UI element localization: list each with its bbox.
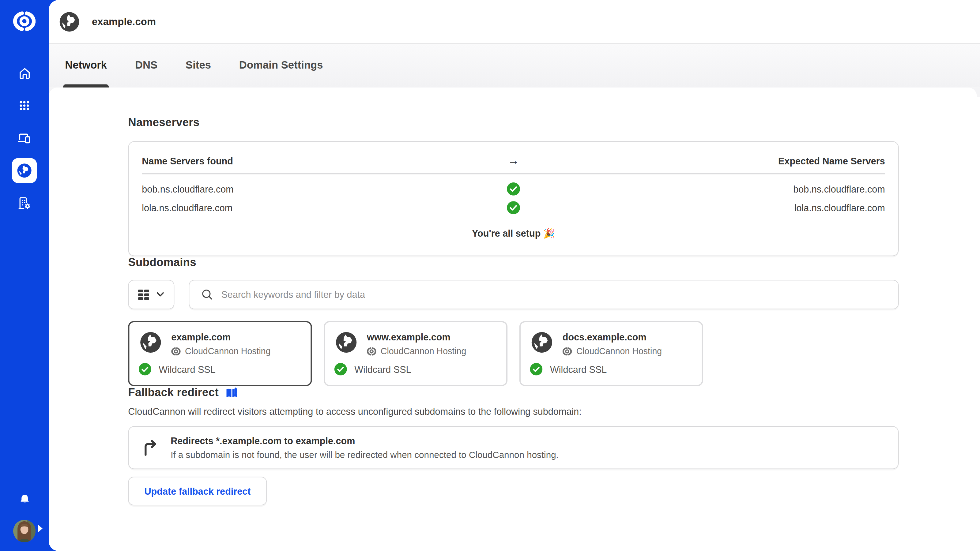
hosting-label: CloudCannon Hosting xyxy=(576,346,662,356)
avatar[interactable] xyxy=(13,520,35,542)
sidebar-nav xyxy=(12,60,37,216)
hosting-label: CloudCannon Hosting xyxy=(185,346,271,356)
subdomains-controls xyxy=(128,280,899,309)
search-input[interactable] xyxy=(220,289,888,301)
check-circle-icon xyxy=(507,182,520,195)
check-circle-icon xyxy=(334,363,347,376)
subdomain-cards: example.com CloudCannon Hosting xyxy=(128,321,899,386)
network-tab-content: Nameservers Name Servers found → Expecte… xyxy=(49,87,977,551)
search-icon xyxy=(201,289,213,301)
expand-sidebar-arrow-icon[interactable] xyxy=(37,524,43,535)
table-separator xyxy=(142,173,885,174)
search-box xyxy=(189,280,899,309)
subdomain-card-docs[interactable]: docs.example.com CloudCannon Hosting xyxy=(519,321,703,386)
redirect-arrow-icon xyxy=(141,438,160,457)
sidebar-item-sites[interactable] xyxy=(12,125,37,151)
update-fallback-redirect-button[interactable]: Update fallback redirect xyxy=(128,476,267,505)
tab-bar: Network DNS Sites Domain Settings xyxy=(49,44,980,87)
col-expected-name-servers: Expected Name Servers xyxy=(532,155,885,166)
setup-status-message: You're all setup 🎉 xyxy=(142,228,885,244)
app-window: example.com Network DNS Sites Domain Set… xyxy=(0,0,980,551)
cloudcannon-logo-icon[interactable] xyxy=(13,10,37,33)
ssl-label: Wildcard SSL xyxy=(354,364,411,375)
fallback-redirect-title-text: Fallback redirect xyxy=(128,386,218,399)
sidebar-item-apps[interactable] xyxy=(12,93,37,118)
apps-grid-icon xyxy=(18,98,31,112)
sidebar-item-domains[interactable] xyxy=(12,158,37,183)
site-globe-icon xyxy=(139,330,162,354)
table-row: bob.ns.cloudflare.com bob.ns.cloudflare.… xyxy=(142,179,885,198)
globe-icon xyxy=(16,162,32,179)
tab-dns[interactable]: DNS xyxy=(135,44,158,87)
expected-nameserver: bob.ns.cloudflare.com xyxy=(532,183,885,194)
nameservers-table-header: Name Servers found → Expected Name Serve… xyxy=(142,152,885,169)
found-nameserver: bob.ns.cloudflare.com xyxy=(142,183,495,194)
site-globe-icon xyxy=(334,330,358,354)
main-panel: example.com Network DNS Sites Domain Set… xyxy=(49,0,980,551)
subdomains-heading: Subdomains xyxy=(128,256,899,269)
fallback-redirect-heading: Fallback redirect xyxy=(128,386,899,399)
redirect-rule-title: Redirects *.example.com to example.com xyxy=(170,435,558,446)
devices-icon xyxy=(17,131,32,146)
nameservers-heading: Nameservers xyxy=(128,116,899,130)
found-nameserver: lola.ns.cloudflare.com xyxy=(142,202,495,213)
view-toggle-button[interactable] xyxy=(128,280,174,309)
sidebar xyxy=(0,0,49,551)
hosting-label: CloudCannon Hosting xyxy=(381,346,466,356)
check-circle-icon xyxy=(530,363,542,376)
check-circle-icon xyxy=(507,201,520,214)
tab-network[interactable]: Network xyxy=(65,44,107,87)
subdomain-name: docs.example.com xyxy=(563,330,662,343)
home-icon xyxy=(17,66,32,80)
cloudcannon-hosting-icon xyxy=(563,346,572,356)
check-circle-icon xyxy=(139,363,151,376)
subdomain-name: www.example.com xyxy=(367,330,466,343)
subdomain-card-example[interactable]: example.com CloudCannon Hosting xyxy=(128,321,312,386)
nameservers-panel: Name Servers found → Expected Name Serve… xyxy=(128,141,899,256)
fallback-redirect-panel: Redirects *.example.com to example.com I… xyxy=(128,426,899,469)
subdomain-name: example.com xyxy=(171,330,270,343)
docs-book-icon[interactable] xyxy=(225,386,239,399)
cloudcannon-hosting-icon xyxy=(171,346,181,356)
sidebar-item-organization[interactable] xyxy=(12,191,37,216)
grid-view-icon xyxy=(138,289,150,300)
table-row: lola.ns.cloudflare.com lola.ns.cloudflar… xyxy=(142,198,885,217)
site-globe-icon xyxy=(530,330,554,354)
notifications-button[interactable] xyxy=(12,487,37,512)
expected-nameserver: lola.ns.cloudflare.com xyxy=(532,202,885,213)
ssl-label: Wildcard SSL xyxy=(159,364,215,375)
page-title: example.com xyxy=(92,16,156,27)
bell-icon xyxy=(18,492,31,506)
tab-domain-settings[interactable]: Domain Settings xyxy=(239,44,323,87)
ssl-label: Wildcard SSL xyxy=(550,364,607,375)
domain-globe-icon xyxy=(58,10,81,33)
subdomain-card-www[interactable]: www.example.com CloudCannon Hosting xyxy=(324,321,508,386)
domain-header: example.com xyxy=(49,0,980,44)
col-name-servers-found: Name Servers found xyxy=(142,155,495,166)
chevron-down-icon xyxy=(156,292,164,297)
fallback-redirect-description: CloudCannon will redirect visitors attem… xyxy=(128,406,899,417)
organization-settings-icon xyxy=(17,195,32,211)
tab-sites[interactable]: Sites xyxy=(186,44,211,87)
cloudcannon-hosting-icon xyxy=(367,346,376,356)
redirect-rule-description: If a subdomain is not found, the user wi… xyxy=(170,450,558,460)
arrow-right-icon: → xyxy=(495,154,532,167)
sidebar-item-home[interactable] xyxy=(12,60,37,86)
